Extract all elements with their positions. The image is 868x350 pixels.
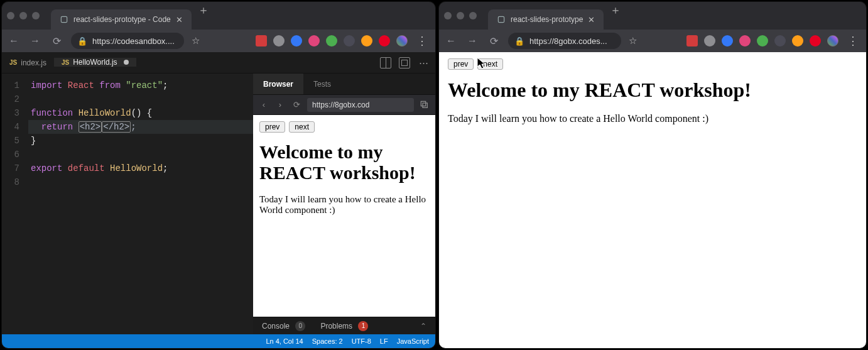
prev-button[interactable]: prev	[259, 121, 285, 133]
title-bar: react-slides-prototype ✕ ＋	[439, 2, 866, 30]
forward-button[interactable]: →	[465, 34, 479, 48]
close-tab-icon[interactable]: ✕	[588, 15, 595, 25]
close-tab-icon[interactable]: ✕	[176, 15, 183, 25]
editor-tab-helloworldjs[interactable]: JS HelloWorld.js	[54, 58, 136, 67]
preview-back-icon[interactable]: ‹	[258, 100, 269, 109]
reload-button[interactable]: ⟳	[487, 34, 501, 48]
chrome-window-right: react-slides-prototype ✕ ＋ ← → ⟳ 🔒 https…	[439, 2, 866, 348]
editor-tab-label: HelloWorld.js	[73, 58, 117, 67]
maximize-window-icon[interactable]	[469, 12, 477, 19]
extension-icon[interactable]	[344, 35, 355, 46]
extensions-row: ⋮	[686, 34, 861, 48]
preview-tabs: Browser Tests	[253, 74, 435, 95]
file-tabs: JS index.js JS HelloWorld.js	[2, 58, 136, 67]
preview-reload-icon[interactable]: ⟳	[291, 100, 302, 109]
chrome-tabstrip: react-slides-prototype - Code ✕ ＋	[51, 2, 212, 30]
chrome-menu-icon[interactable]: ⋮	[414, 34, 430, 48]
line-gutter: 12345678	[2, 74, 28, 334]
bottom-panel[interactable]: Console 0 Problems 1 ⌃	[253, 317, 435, 334]
traffic-lights	[7, 12, 40, 19]
extensions-row: ⋮	[256, 34, 430, 48]
extension-icon[interactable]	[308, 35, 320, 46]
status-encoding[interactable]: UTF-8	[352, 337, 371, 345]
extension-icon[interactable]	[273, 35, 285, 46]
console-label[interactable]: Console 0	[262, 321, 305, 331]
preview-url[interactable]: https://8gobx.cod	[307, 98, 414, 112]
next-button[interactable]: next	[289, 121, 315, 133]
extension-icon[interactable]	[810, 35, 821, 46]
codesandbox-editor: JS index.js JS HelloWorld.js ⋯	[2, 52, 435, 348]
forward-button[interactable]: →	[28, 34, 42, 48]
status-language[interactable]: JavaScript	[397, 337, 429, 345]
close-window-icon[interactable]	[7, 12, 14, 19]
extension-icon[interactable]	[757, 35, 768, 46]
chrome-tab-title: react-slides-prototype	[511, 15, 583, 24]
page-viewport: prev next Welcome to my REACT workshop! …	[439, 52, 866, 348]
extension-icon[interactable]	[256, 35, 267, 46]
slide-paragraph: Today I will learn you how to create a H…	[448, 113, 857, 124]
extension-icon[interactable]	[704, 35, 715, 46]
chrome-tabstrip: react-slides-prototype ✕ ＋	[488, 2, 624, 30]
url-text: https://codesandbox....	[92, 36, 175, 46]
status-bar: Ln 4, Col 14 Spaces: 2 UTF-8 LF JavaScri…	[2, 334, 435, 348]
bookmark-star-icon[interactable]: ☆	[629, 35, 637, 46]
new-tab-button[interactable]: ＋	[607, 2, 624, 18]
extension-icon[interactable]	[361, 35, 372, 46]
bookmark-star-icon[interactable]: ☆	[192, 35, 200, 46]
lock-icon: 🔒	[514, 36, 524, 46]
minimize-window-icon[interactable]	[457, 12, 464, 19]
reload-button[interactable]: ⟳	[50, 34, 63, 48]
profile-avatar-icon[interactable]	[396, 35, 408, 46]
slide-paragraph: Today I will learn you how to create a H…	[259, 194, 429, 216]
chrome-tab-active[interactable]: react-slides-prototype ✕	[488, 9, 604, 30]
status-eol[interactable]: LF	[380, 337, 388, 345]
extension-icon[interactable]	[722, 35, 733, 46]
status-position[interactable]: Ln 4, Col 14	[266, 337, 303, 345]
preview-tab-browser[interactable]: Browser	[253, 74, 303, 94]
code-editor[interactable]: 12345678 import React from "react"; func…	[2, 74, 253, 334]
url-bar[interactable]: 🔒 https://codesandbox....	[71, 33, 184, 49]
extension-icon[interactable]	[774, 35, 786, 46]
profile-avatar-icon[interactable]	[827, 35, 838, 46]
unsaved-dot-icon	[124, 60, 129, 65]
url-bar[interactable]: 🔒 https://8gobx.codes...	[508, 33, 621, 49]
split-editor-icon[interactable]	[380, 57, 391, 68]
lock-icon: 🔒	[77, 36, 87, 46]
slide-heading: Welcome to my REACT workshop!	[259, 141, 429, 183]
new-tab-button[interactable]: ＋	[195, 2, 212, 18]
extension-icon[interactable]	[326, 35, 337, 46]
editor-preview-split: 12345678 import React from "react"; func…	[2, 74, 435, 334]
toggle-panel-icon[interactable]	[399, 57, 410, 68]
prev-button[interactable]: prev	[448, 58, 474, 70]
code-area[interactable]: import React from "react"; function Hell…	[28, 74, 253, 334]
editor-tab-indexjs[interactable]: JS index.js	[2, 58, 54, 67]
extension-icon[interactable]	[686, 35, 698, 46]
extension-icon[interactable]	[792, 35, 803, 46]
editor-more-icon[interactable]: ⋯	[418, 57, 429, 68]
chrome-menu-icon[interactable]: ⋮	[845, 34, 861, 48]
expand-panel-icon[interactable]: ⌃	[420, 322, 426, 331]
chrome-window-left: react-slides-prototype - Code ✕ ＋ ← → ⟳ …	[2, 2, 435, 348]
favicon-icon	[497, 15, 506, 24]
svg-rect-0	[61, 16, 67, 22]
svg-rect-2	[423, 103, 427, 107]
minimize-window-icon[interactable]	[19, 12, 27, 19]
maximize-window-icon[interactable]	[32, 12, 40, 19]
extension-icon[interactable]	[291, 35, 302, 46]
chrome-tab-active[interactable]: react-slides-prototype - Code ✕	[51, 9, 192, 30]
back-button[interactable]: ←	[7, 34, 21, 48]
problems-label[interactable]: Problems 1	[320, 321, 368, 331]
status-spaces[interactable]: Spaces: 2	[312, 337, 343, 345]
open-external-icon[interactable]	[419, 99, 430, 111]
extension-icon[interactable]	[739, 35, 751, 46]
editor-tab-label: index.js	[21, 58, 46, 67]
extension-icon[interactable]	[379, 35, 390, 46]
console-count-badge: 0	[295, 321, 305, 331]
close-window-icon[interactable]	[444, 12, 452, 19]
editor-tabs-row: JS index.js JS HelloWorld.js ⋯	[2, 52, 435, 74]
favicon-icon	[60, 15, 68, 24]
back-button[interactable]: ←	[444, 34, 458, 48]
preview-forward-icon[interactable]: ›	[274, 100, 286, 109]
traffic-lights	[444, 12, 477, 19]
preview-tab-tests[interactable]: Tests	[303, 74, 341, 94]
